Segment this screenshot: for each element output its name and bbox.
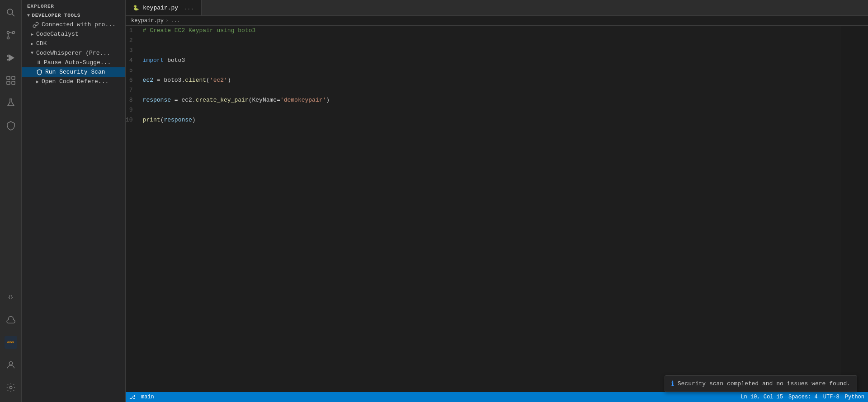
svg-rect-9	[7, 76, 10, 79]
code-line-1: # Create EC2 Keypair using boto3	[143, 26, 841, 36]
code-line-4: import boto3	[143, 56, 841, 65]
python-file-icon: 🐍	[133, 5, 139, 11]
sidebar-item-codewhisperer[interactable]: ▼ CodeWhisperer (Pre...	[22, 48, 125, 58]
codewhisperer-label: CodeWhisperer (Pre...	[36, 50, 110, 56]
svg-marker-6	[9, 54, 14, 61]
pause-auto-label: Pause Auto-Sugge...	[44, 59, 111, 66]
openref-icon: ▶	[36, 79, 39, 84]
developer-tools-label: DEVELOPER TOOLS	[32, 13, 80, 18]
codecatalyst-label: CodeCatalyst	[36, 31, 79, 37]
sidebar-item-connected[interactable]: Connected with pro...	[22, 20, 125, 29]
pause-icon: ⏸	[36, 60, 41, 65]
minimap	[841, 26, 868, 392]
explorer-title: EXPLORER	[27, 4, 54, 9]
connected-label: Connected with pro...	[42, 21, 116, 28]
line-numbers: 1 2 3 4 5 6 7 8 9 10	[126, 26, 139, 392]
test-flask-icon[interactable]	[0, 92, 22, 114]
sidebar-item-codecatalyst[interactable]: ▶ CodeCatalyst	[22, 29, 125, 39]
svg-rect-12	[12, 81, 15, 84]
json-icon[interactable]: {}	[0, 286, 22, 308]
explorer-header: EXPLORER	[22, 0, 125, 11]
svg-point-3	[7, 37, 9, 39]
settings-icon[interactable]	[0, 377, 22, 398]
breadcrumb-path: ...	[170, 18, 180, 24]
activity-bar-top	[0, 2, 22, 286]
editor: 1 2 3 4 5 6 7 8 9 10 # Create EC2 Keypai…	[126, 26, 868, 392]
svg-point-13	[9, 362, 12, 365]
run-debug-icon[interactable]	[0, 47, 22, 69]
code-editor[interactable]: # Create EC2 Keypair using boto3 import …	[139, 26, 841, 392]
svg-point-14	[9, 386, 12, 389]
code-line-7	[143, 85, 841, 95]
sidebar-item-open-code-ref[interactable]: ▶ Open Code Refere...	[22, 77, 125, 86]
status-bar-left: ⎇ main	[129, 394, 154, 401]
shield-scan-icon	[36, 69, 42, 75]
svg-rect-11	[7, 81, 10, 84]
security-scan-notification: ℹ Security scan completed and no issues …	[665, 375, 857, 392]
svg-point-0	[7, 9, 13, 14]
branch-icon: ⎇	[129, 394, 136, 401]
search-icon[interactable]	[0, 2, 22, 23]
sidebar-item-run-security[interactable]: Run Security Scan	[22, 67, 125, 77]
sidebar-item-pause-auto[interactable]: ⏸ Pause Auto-Sugge...	[22, 58, 125, 67]
code-line-9	[143, 105, 841, 115]
indent-spaces: Spaces: 4	[788, 394, 818, 400]
svg-point-7	[7, 55, 9, 57]
tab-keypair-py[interactable]: 🐍 keypair.py ...	[126, 0, 202, 15]
aws-text: aws	[7, 341, 14, 344]
svg-point-2	[7, 32, 9, 34]
extensions-icon[interactable]	[0, 70, 22, 91]
svg-line-1	[12, 14, 14, 17]
cdk-chevron-icon: ▶	[31, 41, 33, 47]
code-line-10: print(response)	[143, 115, 841, 125]
open-code-ref-label: Open Code Refere...	[42, 78, 108, 85]
tab-path: ...	[184, 5, 194, 11]
svg-rect-10	[12, 76, 15, 79]
notification-text: Security scan completed and no issues we…	[678, 380, 850, 387]
code-line-6: ec2 = boto3.client('ec2')	[143, 75, 841, 85]
codewhisperer-chevron-icon: ▼	[31, 51, 33, 56]
activity-bar: {} aws	[0, 0, 22, 402]
code-line-3	[143, 46, 841, 56]
code-line-5	[143, 65, 841, 75]
code-line-8: response = ec2.create_key_pair(KeyName='…	[143, 95, 841, 105]
breadcrumb-filename: keypair.py	[131, 18, 164, 24]
breadcrumb-sep: ›	[165, 18, 169, 24]
cursor-position: Ln 10, Col 15	[741, 394, 783, 400]
tab-label: keypair.py	[143, 5, 178, 11]
breadcrumb: keypair.py › ...	[126, 16, 868, 26]
account-icon[interactable]	[0, 354, 22, 376]
toolkit-icon[interactable]	[0, 115, 22, 136]
devtools-chevron-icon: ▼	[27, 13, 30, 18]
activity-bar-bottom: {} aws	[0, 286, 22, 402]
sidebar: EXPLORER ▼ DEVELOPER TOOLS Connected wit…	[22, 0, 126, 402]
cdk-label: CDK	[36, 40, 47, 47]
tab-bar: 🐍 keypair.py ...	[126, 0, 868, 16]
link-icon	[33, 22, 39, 28]
editor-container: 🐍 keypair.py ... keypair.py › ... 1 2 3 …	[126, 0, 868, 402]
svg-point-8	[7, 59, 9, 61]
sidebar-item-cdk[interactable]: ▶ CDK	[22, 39, 125, 48]
cloud-icon[interactable]	[0, 309, 22, 331]
source-control-icon[interactable]	[0, 24, 22, 46]
status-bar: ⎇ main Ln 10, Col 15 Spaces: 4 UTF-8 Pyt…	[126, 392, 868, 402]
developer-tools-section[interactable]: ▼ DEVELOPER TOOLS	[22, 11, 125, 20]
encoding: UTF-8	[823, 394, 840, 400]
language-mode: Python	[845, 394, 864, 400]
status-bar-right: Ln 10, Col 15 Spaces: 4 UTF-8 Python	[741, 394, 864, 400]
info-icon: ℹ	[671, 379, 674, 388]
run-security-label: Run Security Scan	[45, 69, 105, 75]
code-line-2	[143, 36, 841, 46]
codecatalyst-chevron-icon: ▶	[31, 32, 33, 37]
branch-name: main	[141, 394, 154, 400]
aws-logo-icon[interactable]: aws	[0, 332, 22, 353]
